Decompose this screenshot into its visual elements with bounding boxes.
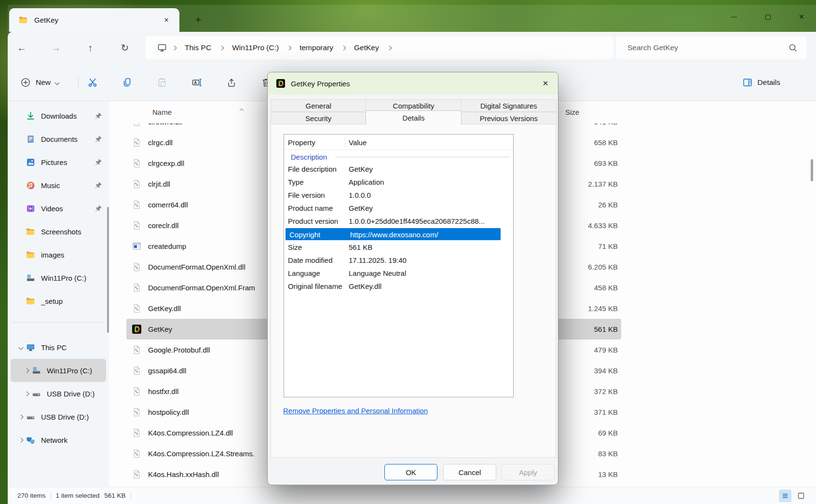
property-column-header: Property xyxy=(288,136,315,148)
sidebar-item-network[interactable]: Network xyxy=(11,428,106,451)
refresh-button[interactable]: ↻ xyxy=(115,38,135,57)
property-row[interactable]: Size 561 KB xyxy=(284,241,513,254)
getkey-app-icon xyxy=(276,79,285,88)
paste-button[interactable] xyxy=(151,73,173,92)
forward-button[interactable]: → xyxy=(46,38,66,57)
chevron-right-icon xyxy=(341,45,346,50)
this-pc-icon xyxy=(26,343,35,352)
drive-icon xyxy=(32,366,41,375)
sort-ascending-icon xyxy=(240,105,243,114)
tab-close-icon[interactable]: ✕ xyxy=(160,14,173,27)
music-icon xyxy=(26,181,35,190)
chevron-down-icon[interactable] xyxy=(18,345,23,350)
search-box[interactable] xyxy=(616,36,806,59)
tab-general[interactable]: General xyxy=(271,99,366,112)
tab-digital-signatures[interactable]: Digital Signatures xyxy=(461,99,557,112)
sidebar-item-videos[interactable]: Videos xyxy=(11,197,106,220)
cancel-button[interactable]: Cancel xyxy=(443,464,496,480)
sidebar-item-music[interactable]: Music xyxy=(11,174,106,197)
chevron-right-icon[interactable] xyxy=(24,368,29,373)
rename-button[interactable] xyxy=(186,73,207,92)
property-row[interactable]: Original filename GetKey.dll xyxy=(284,280,513,293)
getkey-app-icon xyxy=(132,325,141,334)
sidebar-item-images[interactable]: images xyxy=(11,243,106,266)
details-view-button[interactable]: Details xyxy=(736,73,786,92)
sidebar-item-win11pro[interactable]: Win11Pro (C:) xyxy=(11,359,106,382)
thumbnail-view-toggle[interactable] xyxy=(795,490,807,502)
property-row[interactable]: Date modified 17.11.2025. 19:40 xyxy=(284,254,513,267)
new-tab-button[interactable]: + xyxy=(190,12,206,28)
maximize-button[interactable] xyxy=(757,8,779,26)
pin-icon xyxy=(95,112,102,120)
column-header-size[interactable]: Size xyxy=(565,108,579,116)
share-button[interactable] xyxy=(221,73,242,92)
column-header-name[interactable]: Name xyxy=(152,108,172,116)
sidebar-item-downloads[interactable]: Downloads xyxy=(11,104,106,127)
search-input[interactable] xyxy=(627,36,782,59)
sidebar-item-screenshots[interactable]: Screenshots xyxy=(11,220,106,243)
selection-count: 1 item selected xyxy=(51,492,105,499)
desktop: GetKey ✕ + ✕ ← → ↑ ↻ This PC Wi xyxy=(0,0,816,504)
chevron-right-icon xyxy=(387,45,392,50)
sidebar-item-usb-drive-1[interactable]: USB Drive (D:) xyxy=(11,382,106,405)
chevron-right-icon xyxy=(219,45,224,50)
copy-icon xyxy=(122,77,133,88)
property-row[interactable]: Type Application xyxy=(284,176,513,189)
breadcrumb-getkey[interactable]: GetKey xyxy=(351,43,382,52)
property-row[interactable]: File version 1.0.0.0 xyxy=(284,189,513,202)
sidebar-item-this-pc[interactable]: This PC xyxy=(11,336,106,359)
breadcrumb-temporary[interactable]: temporary xyxy=(297,43,336,52)
dll-file-icon xyxy=(132,200,141,209)
breadcrumb[interactable]: This PC Win11Pro (C:) temporary GetKey xyxy=(146,36,613,59)
dll-file-icon xyxy=(132,366,141,375)
tab-security[interactable]: Security xyxy=(271,112,366,124)
sidebar-item-win11pro-pinned[interactable]: Win11Pro (C:) xyxy=(11,266,106,289)
new-button[interactable]: New xyxy=(14,73,65,92)
property-row[interactable]: Language Language Neutral xyxy=(284,267,513,280)
dll-file-icon xyxy=(132,408,141,417)
chevron-right-icon xyxy=(172,45,177,50)
chevron-right-icon xyxy=(287,45,292,50)
chevron-right-icon[interactable] xyxy=(18,437,23,442)
sidebar-item-pictures[interactable]: Pictures xyxy=(11,150,106,174)
explorer-tab[interactable]: GetKey ✕ xyxy=(9,8,179,32)
dll-file-icon xyxy=(132,470,141,479)
property-row[interactable]: Product name GetKey xyxy=(284,202,513,215)
documents-icon xyxy=(26,135,35,144)
dll-file-icon xyxy=(132,138,141,147)
minimize-button[interactable] xyxy=(723,8,745,26)
list-view-icon xyxy=(781,492,789,500)
up-button[interactable]: ↑ xyxy=(81,38,100,57)
dialog-tab-row-2: Security Details Previous Versions xyxy=(271,112,556,124)
chevron-right-icon[interactable] xyxy=(18,414,23,419)
ok-button[interactable]: OK xyxy=(384,464,437,480)
property-row[interactable]: Product version 1.0.0.0+25dd0e1ff4495eca… xyxy=(284,215,513,228)
folder-icon xyxy=(26,250,35,259)
pictures-icon xyxy=(26,158,35,167)
sidebar-item-setup[interactable]: _setup xyxy=(11,289,106,313)
remove-properties-link[interactable]: Remove Properties and Personal Informati… xyxy=(283,407,428,415)
breadcrumb-drive[interactable]: Win11Pro (C:) xyxy=(229,43,282,52)
tab-title: GetKey xyxy=(34,16,160,24)
apply-button[interactable]: Apply xyxy=(502,464,555,480)
dialog-close-button[interactable]: ✕ xyxy=(538,76,553,91)
property-row-copyright-selected[interactable]: Copyright https://www.dexosano.com/ xyxy=(286,228,501,240)
tab-details[interactable]: Details xyxy=(366,110,461,125)
sidebar-item-usb-drive-2[interactable]: USB Drive (D:) xyxy=(11,405,106,428)
maximize-icon xyxy=(765,14,771,20)
back-button[interactable]: ← xyxy=(12,38,31,57)
property-row[interactable]: File description GetKey xyxy=(284,163,513,176)
sidebar-item-documents[interactable]: Documents xyxy=(11,127,106,150)
breadcrumb-this-pc[interactable]: This PC xyxy=(182,43,214,52)
close-button[interactable]: ✕ xyxy=(790,8,813,26)
chevron-right-icon[interactable] xyxy=(24,391,29,396)
copy-button[interactable] xyxy=(117,73,138,92)
file-list-scrollbar[interactable] xyxy=(811,159,813,181)
details-view-toggle[interactable] xyxy=(779,490,791,502)
minimize-icon xyxy=(731,17,737,17)
dialog-title: GetKey Properties xyxy=(291,80,538,88)
cut-button[interactable] xyxy=(82,73,103,92)
dll-file-icon xyxy=(132,262,141,272)
selection-size: 561 KB xyxy=(104,492,130,499)
tab-previous-versions[interactable]: Previous Versions xyxy=(461,112,557,124)
